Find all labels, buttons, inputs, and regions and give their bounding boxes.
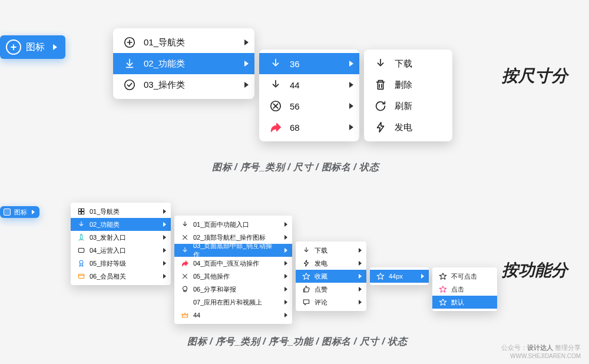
root-pill[interactable]: + 图标	[0, 35, 65, 59]
menu-item-label: 36	[290, 59, 341, 69]
menu-panel-3: 下载 删除 刷新 发电	[364, 49, 452, 141]
menu-item[interactable]: 03_操作类	[113, 74, 254, 95]
menu-item[interactable]: 不可点击	[432, 270, 497, 283]
menu-item[interactable]: 下载	[296, 244, 366, 257]
menu-item[interactable]: 03_页面底部中部_弱互动操作	[174, 244, 292, 257]
menu-item-label: 点击	[451, 285, 492, 294]
menu-item[interactable]: 发电	[296, 257, 366, 270]
chevron-right-icon	[284, 261, 287, 266]
menu-item[interactable]: 默认	[432, 296, 497, 309]
svg-marker-21	[377, 273, 384, 280]
menu-item-label: 03_页面底部中部_弱互动操作	[193, 241, 276, 259]
menu-item-label: 不可点击	[451, 272, 492, 281]
medal-icon	[77, 259, 86, 268]
close-icon	[180, 233, 190, 242]
menu-item-label: 下载	[315, 246, 350, 255]
menu-item[interactable]: 02_功能类	[113, 53, 254, 74]
bolt-icon	[372, 119, 389, 135]
menu-item-label: 01_导航类	[144, 37, 236, 48]
menu-item-label: 删除	[395, 80, 446, 91]
share-icon	[267, 119, 284, 135]
menu-item[interactable]: 44px	[370, 270, 429, 283]
menu-item[interactable]: 评论	[296, 296, 366, 309]
heading-by-size: 按尺寸分	[502, 65, 568, 87]
chevron-right-icon	[284, 300, 287, 305]
chevron-right-icon	[359, 300, 362, 305]
chevron-right-icon	[163, 209, 166, 214]
svg-marker-23	[439, 286, 446, 293]
star-icon	[438, 272, 448, 281]
menu-item[interactable]: 下载	[364, 53, 452, 74]
menu-item-label: 刷新	[395, 101, 446, 112]
menu-item[interactable]: 发电	[364, 117, 452, 138]
chevron-right-icon	[284, 235, 287, 240]
chevron-right-icon	[32, 210, 35, 214]
menu-item[interactable]: 点击	[432, 283, 497, 296]
svg-marker-24	[439, 299, 446, 306]
menu-item-label: 44px	[389, 273, 413, 280]
chevron-right-icon	[284, 287, 287, 292]
star-icon	[302, 272, 311, 281]
menu-item[interactable]: 36	[259, 53, 359, 74]
star-icon	[438, 297, 448, 307]
caption-text: 图标 / 序号_类别 / 序号_功能 / 图标名 / 尺寸 / 状态	[187, 336, 407, 348]
svg-marker-20	[303, 273, 310, 280]
watermark-brand: 设计达人	[527, 344, 553, 351]
menu-item[interactable]: 01_导航类	[113, 32, 254, 53]
menu-item[interactable]: 07_应用在图片和视频上	[174, 296, 292, 309]
close-circle-icon	[267, 98, 284, 114]
rocket-icon	[77, 233, 86, 242]
chevron-right-icon	[163, 235, 166, 240]
root-label: 图标	[26, 41, 45, 54]
menu-item[interactable]: 44	[259, 74, 359, 95]
menu-panel-b4: 44px	[370, 267, 429, 285]
menu-item[interactable]: 刷新	[364, 95, 452, 117]
download-icon	[267, 77, 284, 93]
menu-item[interactable]: 02_功能类	[71, 218, 171, 231]
menu-item[interactable]: 68	[259, 117, 359, 138]
root-label: 图标	[14, 208, 27, 217]
root-pill[interactable]: 图标	[0, 206, 39, 218]
chevron-right-icon	[53, 44, 57, 50]
download-icon	[77, 220, 86, 229]
menu-item[interactable]: 04_运营入口	[71, 244, 171, 257]
chevron-right-icon	[359, 287, 362, 292]
menu-item[interactable]: 04_页面中_强互动操作	[174, 257, 292, 270]
menu-item-label: 04_页面中_强互动操作	[193, 259, 276, 268]
watermark-url: WWW.SHEJIDAREN.COM	[501, 352, 581, 360]
trash-icon	[372, 77, 389, 93]
chevron-right-icon	[359, 274, 362, 279]
svg-rect-8	[82, 209, 84, 211]
crown-icon	[180, 310, 190, 320]
plus-icon	[121, 34, 138, 51]
svg-rect-10	[82, 212, 84, 214]
chevron-right-icon	[163, 274, 166, 279]
menu-item-label: 点赞	[315, 285, 350, 294]
menu-item[interactable]: 删除	[364, 74, 452, 95]
chevron-right-icon	[359, 261, 362, 266]
menu-item-label: 发电	[315, 259, 350, 268]
menu-item[interactable]: 03_发射入口	[71, 231, 171, 244]
menu-item[interactable]: 06_会员相关	[71, 270, 171, 283]
menu-item[interactable]: 点赞	[296, 283, 366, 296]
menu-item[interactable]: 01_导航类	[71, 205, 171, 218]
menu-item[interactable]: 05_排好等级	[71, 257, 171, 270]
chevron-right-icon	[349, 124, 353, 130]
menu-item-label: 02_顶部导航栏_操作图标	[193, 233, 276, 242]
menu-item[interactable]: 44	[174, 309, 292, 322]
caption-text: 图标 / 序号_类别 / 尺寸 / 图标名 / 状态	[212, 161, 379, 174]
menu-item-label: 02_功能类	[144, 58, 236, 70]
plus-circle-icon: +	[6, 39, 21, 55]
qq-icon	[180, 284, 190, 294]
menu-item-label: 44	[290, 80, 341, 90]
chevron-right-icon	[244, 61, 249, 67]
menu-item[interactable]: 05_其他操作	[174, 270, 292, 283]
download-icon	[372, 55, 389, 72]
menu-item[interactable]: 06_分享和举报	[174, 283, 292, 296]
menu-item[interactable]: 01_页面中功能入口	[174, 218, 292, 231]
chevron-right-icon	[349, 61, 353, 67]
menu-item[interactable]: 收藏	[296, 270, 366, 283]
menu-item[interactable]: 56	[259, 95, 359, 117]
menu-item-label: 默认	[451, 298, 492, 307]
svg-rect-7	[78, 209, 81, 211]
